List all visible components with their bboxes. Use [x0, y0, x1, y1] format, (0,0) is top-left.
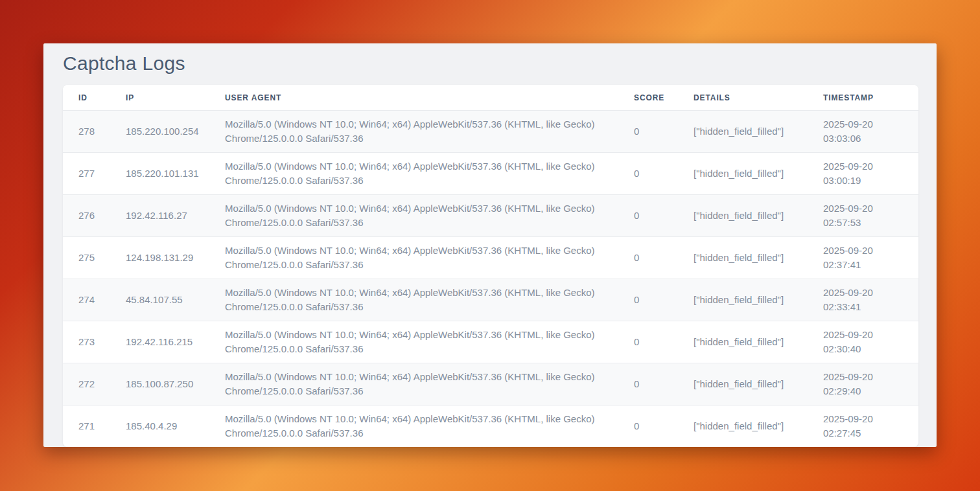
column-header-details: DETAILS [694, 85, 823, 111]
cell-user_agent: Mozilla/5.0 (Windows NT 10.0; Win64; x64… [225, 153, 634, 195]
cell-ip: 124.198.131.29 [126, 237, 225, 279]
table-row: 273192.42.116.215Mozilla/5.0 (Windows NT… [63, 321, 918, 363]
cell-timestamp: 2025-09-20 02:27:45 [823, 405, 918, 448]
cell-user_agent: Mozilla/5.0 (Windows NT 10.0; Win64; x64… [225, 321, 634, 363]
cell-user_agent: Mozilla/5.0 (Windows NT 10.0; Win64; x64… [225, 363, 634, 405]
cell-ip: 185.220.100.254 [126, 111, 225, 153]
column-header-score: SCORE [634, 85, 694, 111]
cell-id: 271 [63, 405, 126, 448]
table-row: 278185.220.100.254Mozilla/5.0 (Windows N… [63, 111, 918, 153]
cell-details: ["hidden_field_filled"] [694, 195, 823, 237]
cell-user_agent: Mozilla/5.0 (Windows NT 10.0; Win64; x64… [225, 195, 634, 237]
cell-ip: 192.42.116.215 [126, 321, 225, 363]
cell-user_agent: Mozilla/5.0 (Windows NT 10.0; Win64; x64… [225, 111, 634, 153]
cell-details: ["hidden_field_filled"] [694, 321, 823, 363]
column-header-ip: IP [126, 85, 225, 111]
cell-timestamp: 2025-09-20 02:29:40 [823, 363, 918, 405]
table-row: 27445.84.107.55Mozilla/5.0 (Windows NT 1… [63, 279, 918, 321]
cell-score: 0 [634, 363, 694, 405]
table-row: 271185.40.4.29Mozilla/5.0 (Windows NT 10… [63, 405, 918, 448]
log-table: ID IP USER AGENT SCORE DETAILS TIMESTAMP… [63, 85, 918, 447]
cell-timestamp: 2025-09-20 02:30:40 [823, 321, 918, 363]
cell-ip: 192.42.116.27 [126, 195, 225, 237]
cell-timestamp: 2025-09-20 02:33:41 [823, 279, 918, 321]
cell-id: 278 [63, 111, 126, 153]
cell-ip: 45.84.107.55 [126, 279, 225, 321]
cell-score: 0 [634, 405, 694, 448]
table-row: 277185.220.101.131Mozilla/5.0 (Windows N… [63, 153, 918, 195]
cell-score: 0 [634, 321, 694, 363]
page-background: { "page": { "title": "Captcha Logs" }, "… [0, 0, 980, 491]
cell-user_agent: Mozilla/5.0 (Windows NT 10.0; Win64; x64… [225, 405, 634, 448]
log-table-body: 278185.220.100.254Mozilla/5.0 (Windows N… [63, 111, 918, 448]
cell-ip: 185.100.87.250 [126, 363, 225, 405]
cell-user_agent: Mozilla/5.0 (Windows NT 10.0; Win64; x64… [225, 279, 634, 321]
table-row: 272185.100.87.250Mozilla/5.0 (Windows NT… [63, 363, 918, 405]
cell-details: ["hidden_field_filled"] [694, 111, 823, 153]
column-header-id: ID [63, 85, 126, 111]
cell-details: ["hidden_field_filled"] [694, 405, 823, 448]
cell-score: 0 [634, 153, 694, 195]
cell-score: 0 [634, 195, 694, 237]
cell-id: 276 [63, 195, 126, 237]
cell-timestamp: 2025-09-20 03:00:19 [823, 153, 918, 195]
log-table-container: ID IP USER AGENT SCORE DETAILS TIMESTAMP… [63, 85, 918, 447]
cell-timestamp: 2025-09-20 02:37:41 [823, 237, 918, 279]
cell-score: 0 [634, 237, 694, 279]
table-row: 276192.42.116.27Mozilla/5.0 (Windows NT … [63, 195, 918, 237]
table-row: 275124.198.131.29Mozilla/5.0 (Windows NT… [63, 237, 918, 279]
cell-ip: 185.40.4.29 [126, 405, 225, 448]
cell-id: 277 [63, 153, 126, 195]
cell-ip: 185.220.101.131 [126, 153, 225, 195]
captcha-logs-card: Captcha Logs ID IP USER AGENT SCORE DETA… [43, 43, 937, 447]
log-table-header: ID IP USER AGENT SCORE DETAILS TIMESTAMP [63, 85, 918, 111]
cell-id: 274 [63, 279, 126, 321]
cell-id: 273 [63, 321, 126, 363]
cell-timestamp: 2025-09-20 02:57:53 [823, 195, 918, 237]
cell-score: 0 [634, 279, 694, 321]
cell-id: 272 [63, 363, 126, 405]
cell-details: ["hidden_field_filled"] [694, 237, 823, 279]
column-header-timestamp: TIMESTAMP [823, 85, 918, 111]
cell-details: ["hidden_field_filled"] [694, 363, 823, 405]
header-row: ID IP USER AGENT SCORE DETAILS TIMESTAMP [63, 85, 918, 111]
cell-id: 275 [63, 237, 126, 279]
cell-user_agent: Mozilla/5.0 (Windows NT 10.0; Win64; x64… [225, 237, 634, 279]
cell-timestamp: 2025-09-20 03:03:06 [823, 111, 918, 153]
page-title: Captcha Logs [63, 51, 918, 76]
cell-score: 0 [634, 111, 694, 153]
column-header-user-agent: USER AGENT [225, 85, 634, 111]
cell-details: ["hidden_field_filled"] [694, 153, 823, 195]
cell-details: ["hidden_field_filled"] [694, 279, 823, 321]
